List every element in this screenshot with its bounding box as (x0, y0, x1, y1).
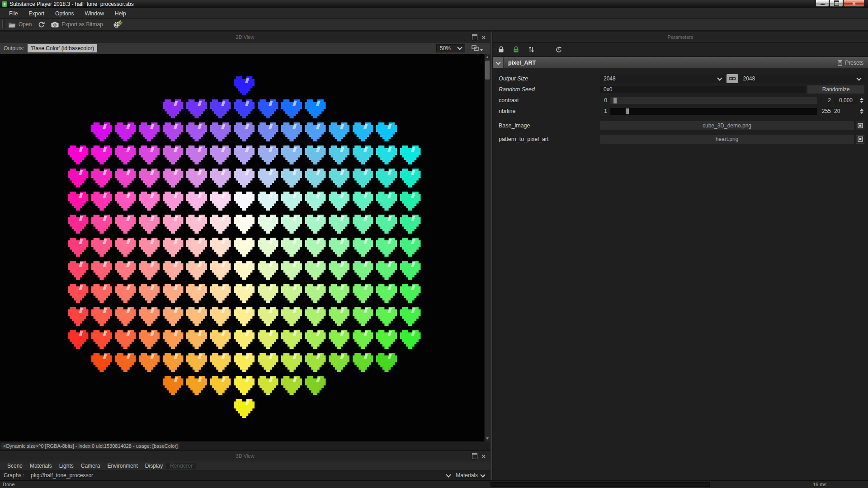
menu-help[interactable]: Help (109, 10, 132, 17)
scroll-down-arrow[interactable] (485, 436, 490, 441)
output-size-height-select[interactable]: 2048 (740, 75, 865, 83)
green-lock-icon[interactable] (513, 46, 519, 53)
heart-pixel (210, 376, 231, 395)
minimize-button[interactable] (816, 0, 829, 7)
vertical-scrollbar[interactable] (484, 54, 490, 441)
view2d-maximize-icon[interactable] (472, 34, 477, 40)
window-controls: × (815, 0, 864, 7)
scrollbar-thumb[interactable] (485, 61, 490, 80)
heart-shine (340, 308, 344, 313)
close-button[interactable]: × (844, 0, 864, 7)
heart-pixel (281, 192, 302, 211)
random-seed-field[interactable]: 0x0 (600, 86, 806, 93)
heart-pixel (353, 122, 373, 141)
heart-shine (340, 354, 344, 359)
random-seed-value: 0x0 (604, 86, 612, 93)
heart-pixel (139, 261, 160, 280)
contrast-slider[interactable] (610, 97, 817, 104)
reset-parameters-icon[interactable] (555, 46, 562, 53)
heart-shine (221, 147, 226, 152)
contrast-stepper[interactable] (859, 98, 864, 103)
base-image-browse-button[interactable] (856, 122, 864, 130)
heart-pixel (210, 353, 231, 372)
heart-shine (363, 124, 368, 129)
lock-icon[interactable] (498, 46, 504, 53)
outputs-selected-chip[interactable]: 'Base Color' (id:basecolor) (28, 44, 97, 52)
nbrline-stepper[interactable] (859, 108, 864, 114)
contrast-value-field[interactable]: 0,000 (834, 97, 858, 104)
presets-button[interactable]: Presets (838, 60, 863, 66)
nbrline-slider-handle[interactable] (626, 108, 629, 114)
heart-shine (245, 285, 250, 290)
heart-pixel (210, 261, 231, 280)
heart-pixel (139, 122, 160, 141)
heart-pixel (68, 238, 89, 257)
heart-shine (245, 331, 250, 336)
chevron-down-icon (457, 45, 462, 50)
heart-pixel (139, 307, 160, 326)
menu3d-environment[interactable]: Environment (104, 463, 141, 469)
view3d-close-icon[interactable]: × (481, 453, 486, 460)
contrast-slider-handle[interactable] (613, 98, 617, 103)
heart-shine (245, 239, 250, 244)
heart-shine (103, 147, 107, 152)
heart-shine (387, 239, 392, 244)
heart-shine (411, 170, 415, 175)
output-size-width-select[interactable]: 2048 (600, 75, 725, 83)
link-size-button[interactable] (726, 74, 738, 83)
canvas-2d[interactable] (0, 54, 490, 441)
open-button[interactable]: Open (8, 21, 32, 28)
pattern-browse-button[interactable] (856, 135, 864, 144)
collapse-section-button[interactable] (493, 57, 504, 68)
view3d-title: 3D View (236, 453, 255, 459)
heart-shine (269, 308, 273, 313)
materials-select[interactable]: Materials (456, 472, 486, 479)
menu-export[interactable]: Export (23, 10, 50, 17)
menu3d-display[interactable]: Display (142, 463, 166, 469)
heart-pixel (163, 330, 184, 349)
toolbar-grip[interactable] (2, 20, 5, 28)
transfer-arrows-icon[interactable] (528, 46, 534, 53)
heart-pixel (163, 122, 184, 141)
heart-shine (79, 239, 83, 244)
heart-shine (363, 239, 368, 244)
menu3d-camera[interactable]: Camera (77, 463, 104, 469)
heart-shine (292, 193, 297, 198)
menu-options[interactable]: Options (50, 10, 79, 17)
view3d-menu-items: SceneMaterialsLightsCameraEnvironmentDis… (4, 463, 196, 469)
heart-shine (221, 101, 226, 106)
randomize-button[interactable]: Randomize (807, 85, 864, 94)
refresh-button[interactable] (38, 21, 45, 28)
export-bitmap-button[interactable]: Export as Bitmap (51, 21, 103, 28)
view3d-maximize-icon[interactable] (472, 453, 477, 459)
menu-file[interactable]: File (4, 10, 23, 17)
maximize-button[interactable] (830, 0, 843, 7)
nbrline-slider[interactable] (610, 108, 817, 115)
zoom-value: 50% (440, 45, 451, 52)
contrast-min: 0 (600, 97, 607, 103)
heart-shine (387, 124, 392, 129)
zoom-select[interactable]: 50% (436, 44, 465, 52)
settings-button[interactable] (113, 20, 123, 28)
graphs-select[interactable]: pkg://half_tone_processor (31, 472, 450, 479)
display-mode-button[interactable] (472, 45, 483, 51)
menu-window[interactable]: Window (79, 10, 109, 17)
heart-shine (79, 193, 83, 198)
dropdown-arrow-icon (480, 49, 483, 51)
heart-pixel (281, 122, 302, 141)
heart-pixel (400, 169, 421, 188)
menu3d-materials[interactable]: Materials (26, 463, 56, 469)
heart-shine (269, 101, 273, 106)
menu3d-lights[interactable]: Lights (56, 463, 77, 469)
view2d-close-icon[interactable]: × (481, 34, 486, 41)
nbrline-value-field[interactable]: 20 (834, 108, 858, 115)
scroll-up-arrow[interactable] (485, 54, 490, 60)
heart-pixel (91, 145, 112, 164)
menu3d-scene[interactable]: Scene (4, 463, 26, 469)
base-image-button[interactable]: cube_3D_demo.png (600, 121, 854, 130)
pattern-image-button[interactable]: heart.png (600, 135, 854, 144)
view3d-menu-bar: SceneMaterialsLightsCameraEnvironmentDis… (0, 461, 490, 470)
heart-shine (103, 239, 107, 244)
heart-pixel (91, 215, 112, 234)
pattern-label: pattern_to_pixel_art (499, 136, 600, 142)
